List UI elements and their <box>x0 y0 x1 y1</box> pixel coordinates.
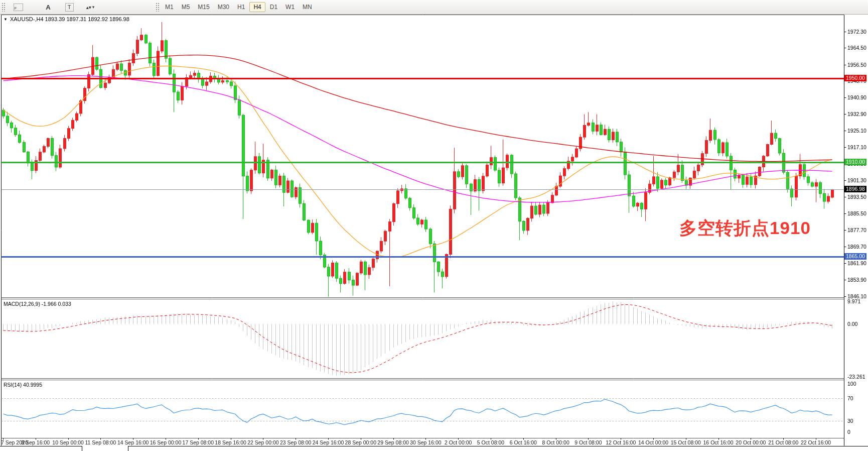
price-tag-pivot: 1910.00 <box>844 159 866 165</box>
macd-axis-tick: 9.971 <box>847 298 860 304</box>
price-tag-resistance: 1950.00 <box>844 75 866 81</box>
date-axis-label: 29 Sep 08:00 <box>377 439 408 445</box>
date-axis-label: 17 Sep 08:00 <box>183 439 214 445</box>
textbox-button[interactable]: T <box>64 2 74 13</box>
price-axis-tick: 1893.50 <box>847 194 866 200</box>
price-axis-tick: 1853.90 <box>847 277 866 283</box>
toolbar-grip[interactable] <box>2 3 6 12</box>
date-axis-label: 8 Sep 16:00 <box>21 439 50 445</box>
chevron-down-icon: ▼ <box>4 17 8 22</box>
date-axis-label: 30 Sep 16:00 <box>410 439 441 445</box>
price-axis-tick: 1901.30 <box>847 177 866 183</box>
date-axis-label: 21 Oct 08:00 <box>768 439 798 445</box>
trading-platform-window: F A T ▴▾ ▾ M1M5M15M30H1H4D1W1MN ▼ XAUUSD… <box>0 0 868 451</box>
macd-indicator-label: MACD(12,26,9) -1.966 0.033 <box>4 301 71 307</box>
rsi-axis-tick: 0 <box>847 429 850 435</box>
text-label-button[interactable]: A <box>43 2 53 13</box>
date-axis-label: 2 Oct 00:00 <box>445 439 472 445</box>
date-axis-label: 9 Oct 08:00 <box>574 439 602 445</box>
price-axis-tick: 1932.90 <box>847 111 866 117</box>
chart-text-annotation[interactable]: 多空转折点1910 <box>679 219 811 237</box>
timeframe-button-m1[interactable]: M1 <box>162 2 177 12</box>
date-axis-label: 16 Oct 16:00 <box>703 439 734 445</box>
price-axis-tick: 1956.50 <box>847 62 866 68</box>
rsi-axis-tick: 70 <box>847 395 853 401</box>
arrows-icon: ▴▾ <box>86 5 91 10</box>
price-tag-bid: 1896.98 <box>844 186 866 192</box>
price-tag-support: 1865.00 <box>844 253 866 260</box>
date-axis-label: 12 Oct 16:00 <box>606 439 636 445</box>
timeframe-button-m15[interactable]: M15 <box>194 2 213 12</box>
status-bar-segment <box>0 446 82 451</box>
timeframe-button-w1[interactable]: W1 <box>282 2 298 12</box>
rsi-indicator-label: RSI(14) 40.9995 <box>4 382 42 388</box>
price-axis-tick: 1917.10 <box>847 144 866 150</box>
date-axis-label: 10 Sep 00:00 <box>52 439 83 445</box>
date-axis-label: 23 Sep 08:00 <box>280 439 311 445</box>
timeframe-button-m5[interactable]: M5 <box>178 2 194 12</box>
price-axis-tick: 1964.50 <box>847 45 866 51</box>
status-bar-segment <box>128 446 868 451</box>
date-axis-label: 22 Oct 16:00 <box>801 439 831 445</box>
date-axis-label: 14 Oct 00:00 <box>638 439 668 445</box>
price-axis-tick: 1877.70 <box>847 227 866 233</box>
frame-pointer-icon: F <box>14 4 23 11</box>
date-axis-label: 11 Sep 08:00 <box>85 439 116 445</box>
textbox-icon: T <box>65 3 74 12</box>
timeframe-button-m30[interactable]: M30 <box>214 2 233 12</box>
chevron-down-icon: ▾ <box>92 5 95 10</box>
macd-axis-tick: -23.261 <box>847 374 865 380</box>
date-axis-label: 15 Oct 08:00 <box>671 439 701 445</box>
frame-pointer-button[interactable]: F <box>13 2 23 13</box>
macd-axis-tick: 0.00 <box>847 321 857 327</box>
price-axis-tick: 1885.50 <box>847 210 866 216</box>
date-axis-label: 18 Sep 16:00 <box>215 439 246 445</box>
text-label-icon: A <box>46 4 50 11</box>
price-axis-tick: 1972.30 <box>847 29 866 35</box>
date-axis-label: 5 Oct 08:00 <box>477 439 504 445</box>
price-axis-tick: 1925.10 <box>847 128 866 134</box>
date-axis-label: 28 Sep 00:00 <box>345 439 376 445</box>
timeframe-button-group: M1M5M15M30H1H4D1W1MN <box>161 2 316 12</box>
arrows-button[interactable]: ▴▾ ▾ <box>85 2 95 13</box>
timeframe-button-h4[interactable]: H4 <box>249 2 265 12</box>
date-axis-label: 22 Sep 00:00 <box>247 439 278 445</box>
date-axis-label: 8 Oct 00:00 <box>542 439 569 445</box>
date-axis-label: 20 Oct 00:00 <box>736 439 766 445</box>
price-axis-tick: 1861.90 <box>847 260 866 266</box>
toolbar-grip[interactable] <box>156 3 160 12</box>
toolbar: F A T ▴▾ ▾ M1M5M15M30H1H4D1W1MN <box>0 0 868 15</box>
price-axis-tick: 1869.70 <box>847 244 866 250</box>
date-axis-label: 14 Sep 16:00 <box>117 439 149 445</box>
date-axis-label: 24 Sep 16:00 <box>313 439 344 445</box>
timeframe-button-mn[interactable]: MN <box>299 2 316 12</box>
date-axis-label: 6 Oct 16:00 <box>510 439 537 445</box>
timeframe-button-d1[interactable]: D1 <box>266 2 281 12</box>
rsi-axis-tick: 30 <box>847 418 853 424</box>
timeframe-button-h1[interactable]: H1 <box>234 2 248 12</box>
chart-header[interactable]: ▼ XAUUSD-,H4 1893.39 1897.31 1892.92 189… <box>4 16 129 22</box>
price-axis-tick: 1940.90 <box>847 94 866 100</box>
rsi-axis-tick: 100 <box>847 381 856 387</box>
date-axis-label: 16 Sep 00:00 <box>150 439 181 445</box>
symbol-ohlc-title: XAUUSD-,H4 1893.39 1897.31 1892.92 1896.… <box>10 16 129 22</box>
